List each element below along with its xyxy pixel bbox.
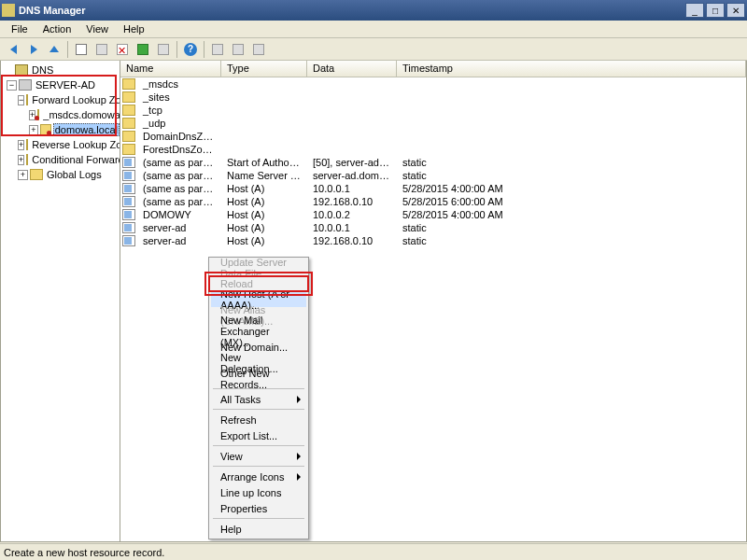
list-record-row[interactable]: (same as parent folder)Host (A)192.168.0…	[120, 195, 746, 208]
tree: DNS − SERVER-AD − Forward Lookup Zones +…	[1, 63, 120, 182]
tree-conditional-forwarders[interactable]: + Conditional Forwarders	[1, 152, 120, 167]
folder-icon	[122, 78, 135, 90]
delete-icon: ✕	[117, 44, 128, 55]
ctx-view[interactable]: View	[211, 448, 306, 464]
export-button[interactable]	[154, 40, 173, 59]
expand-icon[interactable]: +	[18, 140, 24, 150]
show-hide-tree-button[interactable]	[72, 40, 91, 59]
cell-name: server-ad	[137, 222, 221, 233]
help-button[interactable]: ?	[181, 40, 200, 59]
back-button[interactable]	[4, 40, 22, 59]
menu-bar: File Action View Help	[0, 21, 747, 38]
expand-icon[interactable]: +	[18, 155, 24, 165]
cell-name: _udp	[137, 118, 221, 129]
column-timestamp[interactable]: Timestamp	[397, 61, 746, 77]
ctx-lineup-icons[interactable]: Line up Icons	[211, 484, 306, 500]
tree-icon	[76, 44, 87, 55]
record-icon	[122, 183, 135, 194]
export-icon	[158, 44, 169, 55]
record-icon	[122, 196, 135, 207]
delete-button[interactable]: ✕	[113, 40, 132, 59]
list-rows: _msdcs_sites_tcp_udpDomainDnsZonesForest…	[120, 77, 746, 247]
tree-global-logs[interactable]: + Global Logs	[1, 167, 120, 182]
tree-label: SERVER-AD	[34, 78, 97, 91]
tree-label: _msdcs.domowa.local	[41, 108, 120, 121]
menu-view[interactable]: View	[78, 21, 116, 36]
list-folder-row[interactable]: DomainDnsZones	[120, 130, 746, 143]
toolbar-separator	[67, 41, 68, 58]
list-folder-row[interactable]: _msdcs	[120, 77, 746, 91]
list-record-row[interactable]: (same as parent folder)Name Server (NS)s…	[120, 169, 746, 182]
ctx-arrange-label: Arrange Icons	[220, 471, 284, 483]
cell-timestamp: 5/28/2015 4:00:00 AM	[397, 209, 746, 220]
tree-forward-lookup-zones[interactable]: − Forward Lookup Zones	[1, 92, 120, 107]
list-pane[interactable]: Name Type Data Timestamp _msdcs_sites_tc…	[120, 61, 746, 541]
ctx-all-tasks[interactable]: All Tasks	[211, 391, 306, 407]
list-record-row[interactable]: (same as parent folder)Host (A)10.0.0.15…	[120, 182, 746, 195]
main-area: DNS − SERVER-AD − Forward Lookup Zones +…	[0, 61, 747, 542]
list-record-row[interactable]: server-adHost (A)10.0.0.1static	[120, 221, 746, 234]
menu-file[interactable]: File	[4, 21, 35, 36]
cell-timestamp: 5/28/2015 4:00:00 AM	[397, 183, 746, 194]
menu-help[interactable]: Help	[116, 21, 152, 36]
help-icon: ?	[184, 43, 197, 56]
cell-type: Host (A)	[221, 222, 307, 233]
tree-label: Global Logs	[45, 168, 104, 181]
collapse-icon[interactable]: −	[18, 95, 24, 105]
cell-data: 192.168.0.10	[307, 196, 397, 207]
cell-type: Host (A)	[221, 235, 307, 246]
list-folder-row[interactable]: ForestDnsZones	[120, 143, 746, 156]
list-record-row[interactable]: server-adHost (A)192.168.0.10static	[120, 234, 746, 247]
ctx-export-list[interactable]: Export List...	[211, 427, 306, 443]
expand-icon[interactable]: +	[18, 170, 28, 180]
ctx-properties[interactable]: Properties	[211, 500, 306, 516]
cell-name: ForestDnsZones	[137, 144, 221, 155]
cell-type: Start of Authority (SOA)	[221, 157, 307, 168]
ctx-arrange-icons[interactable]: Arrange Icons	[211, 469, 306, 484]
folder-icon	[122, 105, 135, 116]
submenu-arrow-icon	[297, 473, 301, 481]
refresh-button[interactable]	[134, 40, 152, 59]
ctx-refresh[interactable]: Refresh	[211, 412, 306, 427]
ctx-new-mx[interactable]: New Mail Exchanger (MX)...	[211, 323, 306, 339]
cell-type: Host (A)	[221, 196, 307, 207]
list-record-row[interactable]: (same as parent folder)Start of Authorit…	[120, 156, 746, 169]
folder-icon	[26, 139, 28, 150]
column-data[interactable]: Data	[307, 61, 397, 77]
list-folder-row[interactable]: _sites	[120, 91, 746, 104]
column-type[interactable]: Type	[221, 61, 307, 77]
folder-icon	[26, 154, 28, 165]
column-name[interactable]: Name	[120, 61, 221, 77]
close-button[interactable]: ✕	[726, 3, 745, 18]
maximize-button[interactable]: □	[706, 3, 725, 18]
extra-button-3[interactable]	[249, 40, 268, 59]
collapse-icon[interactable]: −	[7, 80, 17, 91]
extra-button-1[interactable]	[208, 40, 227, 59]
tree-reverse-lookup-zones[interactable]: + Reverse Lookup Zones	[1, 137, 120, 152]
folder-icon	[122, 131, 135, 142]
list-folder-row[interactable]: _udp	[120, 117, 746, 130]
cell-type: Host (A)	[221, 183, 307, 194]
minimize-button[interactable]: _	[685, 3, 704, 18]
toolbar-separator	[176, 41, 177, 58]
cell-timestamp: 5/28/2015 6:00:00 AM	[397, 196, 746, 207]
properties-icon	[96, 44, 107, 55]
expand-icon[interactable]: +	[29, 125, 38, 135]
server-icon	[19, 79, 32, 91]
list-folder-row[interactable]: _tcp	[120, 104, 746, 117]
ctx-separator	[213, 409, 304, 410]
extra-button-2[interactable]	[229, 40, 247, 59]
list-record-row[interactable]: DOMOWYHost (A)10.0.0.25/28/2015 4:00:00 …	[120, 208, 746, 221]
tree-root-dns[interactable]: DNS	[1, 63, 120, 77]
tree-pane[interactable]: DNS − SERVER-AD − Forward Lookup Zones +…	[1, 61, 120, 541]
tree-domowa-zone[interactable]: + domowa.local	[1, 122, 120, 137]
properties-button[interactable]	[92, 40, 111, 59]
title-bar: DNS Manager _ □ ✕	[0, 0, 747, 21]
ctx-other-records[interactable]: Other New Records...	[211, 371, 306, 386]
up-button[interactable]	[45, 40, 63, 59]
forward-button[interactable]	[24, 40, 43, 59]
menu-action[interactable]: Action	[35, 21, 79, 36]
tree-msdcs-zone[interactable]: + _msdcs.domowa.local	[1, 107, 120, 122]
tree-server[interactable]: − SERVER-AD	[1, 77, 120, 92]
ctx-help[interactable]: Help	[211, 521, 306, 537]
